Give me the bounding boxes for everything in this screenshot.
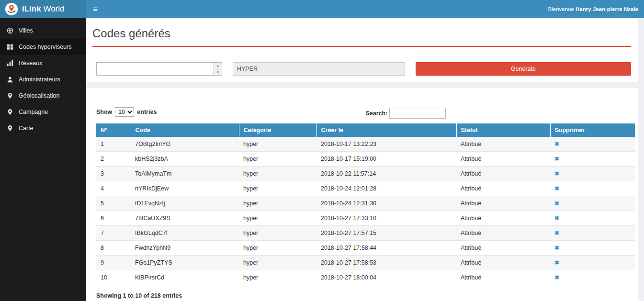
sidebar-item-administrateurs[interactable]: Administrateurs — [0, 71, 86, 88]
codes-table: N°CodeCatégorieCréer leStatutSupprimer 1… — [96, 123, 635, 285]
status-cell: Attribué — [456, 137, 550, 152]
category-cell: hyper — [239, 152, 316, 167]
brand-header: iLink World — [0, 0, 86, 18]
number-spinner[interactable]: ▴ ▾ — [214, 63, 222, 75]
category-cell: hyper — [239, 167, 316, 181]
generate-form: ▴ ▾ Generate — [92, 62, 631, 76]
brand-title-bold: iLink — [22, 4, 41, 13]
quantity-input[interactable]: ▴ ▾ — [96, 62, 222, 76]
delete-icon[interactable]: ✖ — [554, 200, 559, 207]
category-cell: hyper — [239, 137, 316, 152]
entries-label: entries — [137, 109, 157, 115]
sidebar-item-villes[interactable]: Villes — [0, 22, 86, 39]
hamburger-menu-icon[interactable]: ≡ — [93, 5, 98, 13]
quantity-field[interactable] — [97, 63, 214, 75]
sidebar-item-label: Villes — [19, 27, 33, 34]
pin-icon — [7, 125, 14, 132]
delete-icon[interactable]: ✖ — [554, 259, 559, 266]
created-cell: 2018-10-27 17:58:53 — [316, 256, 456, 270]
delete-icon[interactable]: ✖ — [554, 185, 559, 192]
category-cell: hyper — [239, 211, 316, 226]
row-number: 10 — [96, 270, 131, 285]
delete-icon[interactable]: ✖ — [554, 245, 559, 251]
delete-icon[interactable]: ✖ — [554, 170, 559, 177]
table-row: 7IBkGLqdC7fhyper2018-10-27 17:57:15Attri… — [96, 226, 635, 241]
table-row: 5tD1EvqNzIjhyper2018-10-24 12:31:30Attri… — [96, 196, 635, 211]
globe-icon — [7, 27, 14, 34]
chart-icon — [7, 60, 14, 67]
welcome-message: BienvenueHanry Jean-pierre Nzale — [548, 6, 638, 12]
delete-cell: ✖ — [550, 196, 635, 211]
delete-icon[interactable]: ✖ — [554, 215, 559, 222]
status-cell: Attribué — [456, 167, 550, 181]
delete-cell: ✖ — [550, 211, 635, 226]
code-cell: IBkGLqdC7f — [131, 226, 239, 241]
main-column: ≡ BienvenueHanry Jean-pierre Nzale Codes… — [86, 0, 644, 301]
pin-icon — [7, 92, 14, 99]
spinner-down-icon[interactable]: ▾ — [214, 69, 222, 76]
delete-icon[interactable]: ✖ — [554, 230, 559, 236]
page-size-select[interactable]: 10 — [115, 107, 134, 117]
code-cell: ToAiMymaTm — [131, 167, 239, 181]
delete-icon[interactable]: ✖ — [554, 141, 559, 147]
created-cell: 2018-10-27 18:00:04 — [316, 270, 456, 285]
showing-entries-text: Showing 1 to 10 of 218 entries — [96, 292, 182, 299]
search-input[interactable] — [389, 108, 446, 119]
app-logo — [5, 2, 18, 16]
column-header[interactable]: Statut — [456, 123, 550, 137]
sidebar-item-codes-hyperviseurs[interactable]: Codes hyperviseurs — [0, 39, 86, 55]
column-header[interactable]: Supprimer — [550, 123, 635, 137]
column-header[interactable]: Code — [131, 123, 239, 137]
sidebar-item-label: Carte — [19, 125, 34, 132]
delete-cell: ✖ — [550, 137, 635, 152]
user-name: Hanry Jean-pierre Nzale — [576, 6, 638, 12]
row-number: 4 — [96, 181, 131, 196]
sidebar-nav: VillesCodes hyperviseursRéseauxAdministr… — [0, 18, 86, 136]
row-number: 6 — [96, 211, 131, 226]
sidebar-item-carte[interactable]: Carte — [0, 120, 86, 136]
status-cell: Attribué — [456, 226, 550, 241]
delete-cell: ✖ — [550, 226, 635, 241]
sidebar-item-campagne[interactable]: Campagne — [0, 104, 86, 120]
row-number: 8 — [96, 241, 131, 256]
generate-button[interactable]: Generate — [416, 62, 631, 76]
delete-icon[interactable]: ✖ — [554, 274, 559, 281]
table-row: 2kbHS2j3zbAhyper2018-10-17 15:19:00Attri… — [96, 152, 635, 167]
code-cell: tD1EvqNzIj — [131, 196, 239, 211]
table-footer: Showing 1 to 10 of 218 entries Previous1… — [96, 291, 635, 301]
category-cell: hyper — [239, 241, 316, 256]
status-cell: Attribué — [456, 152, 550, 167]
search-control: Search: — [366, 108, 446, 119]
user-icon — [7, 76, 14, 83]
sidebar-item-reseaux[interactable]: Réseaux — [0, 55, 86, 71]
delete-cell: ✖ — [550, 181, 635, 196]
code-cell: 78fCaUXZ9S — [131, 211, 239, 226]
code-cell: kbHS2j3zbA — [131, 152, 239, 167]
created-cell: 2018-10-27 17:33:10 — [316, 211, 456, 226]
status-cell: Attribué — [456, 181, 550, 196]
brand-title: iLink World — [22, 4, 65, 14]
delete-cell: ✖ — [550, 256, 635, 270]
column-header[interactable]: N° — [96, 123, 131, 137]
page-title: Codes générés — [92, 27, 631, 40]
table-row: 3ToAiMymaTmhyper2018-10-22 11:57:14Attri… — [96, 167, 635, 181]
column-header[interactable]: Catégorie — [239, 123, 316, 137]
delete-icon[interactable]: ✖ — [554, 156, 559, 162]
category-cell: hyper — [239, 270, 316, 285]
table-row: 10KiBPirsrCdhyper2018-10-27 18:00:04Attr… — [96, 270, 635, 285]
pin-icon — [7, 109, 14, 115]
spinner-up-icon[interactable]: ▴ — [214, 63, 222, 69]
code-cell: FGo1PyZTYS — [131, 256, 239, 270]
column-header[interactable]: Créer le — [316, 123, 456, 137]
delete-cell: ✖ — [550, 152, 635, 167]
row-number: 1 — [96, 137, 131, 152]
row-number: 9 — [96, 256, 131, 270]
sidebar-item-label: Réseaux — [19, 60, 42, 67]
app-root: iLink World VillesCodes hyperviseursRése… — [0, 0, 644, 301]
sidebar-item-label: Administrateurs — [19, 76, 60, 83]
created-cell: 2018-10-17 13:22:23 — [316, 137, 456, 152]
category-cell: hyper — [239, 196, 316, 211]
sidebar-item-geolocalisation[interactable]: Géolocalisation — [0, 88, 86, 104]
sidebar-item-label: Codes hyperviseurs — [19, 44, 71, 50]
code-cell: nYRIsDjEew — [131, 181, 239, 196]
